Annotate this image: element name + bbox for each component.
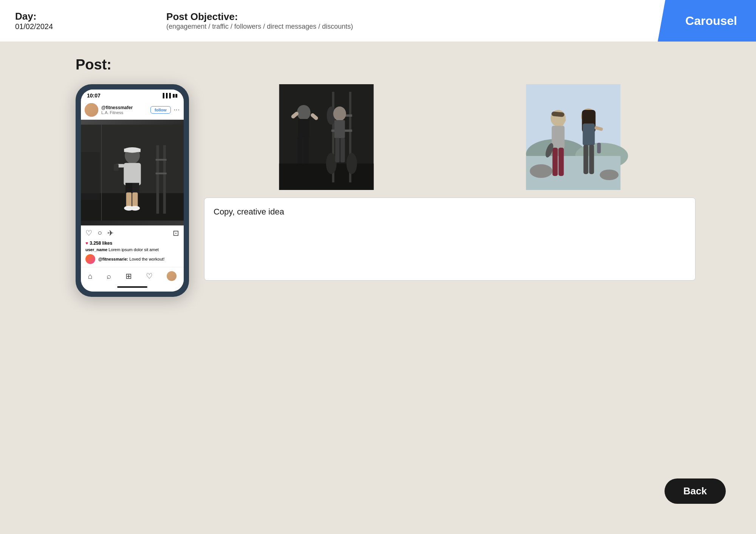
svg-rect-37 [335,138,340,162]
objective-value: (engagement / traffic / followers / dire… [166,23,353,31]
post-image [81,120,184,225]
like-icon[interactable]: ♡ [85,228,92,238]
home-bar [117,286,147,288]
svg-rect-38 [341,138,345,162]
location: L.A. Fitness [101,110,147,115]
svg-rect-55 [584,145,589,174]
svg-rect-32 [304,137,309,164]
svg-rect-56 [589,145,594,174]
svg-rect-17 [114,164,119,171]
carousel-label: Carousel [685,14,737,28]
photo-cell-1 [204,84,449,190]
back-button[interactable]: Back [665,478,726,504]
avatar [85,103,98,117]
svg-rect-2 [156,145,159,213]
action-icons-left: ♡ ○ ✈ [85,228,114,238]
signal-icon: ▐▐▐ [161,93,171,98]
objective-label: Post Objective: [166,11,353,23]
status-time: 10:07 [87,93,101,99]
profile-nav-icon[interactable] [167,271,177,281]
share-icon[interactable]: ✈ [107,228,114,238]
svg-rect-12 [126,193,132,208]
svg-rect-30 [298,119,310,138]
svg-point-44 [600,170,619,180]
status-icons: ▐▐▐ ▮▮ [161,93,178,98]
svg-point-15 [130,206,140,211]
more-options-icon[interactable]: ··· [174,106,180,113]
svg-rect-13 [132,193,138,208]
svg-rect-36 [335,120,345,138]
phone-mockup: 10:07 ▐▐▐ ▮▮ @fitnessmafer L.A. Fitness [76,84,189,297]
home-nav-icon[interactable]: ⌂ [88,272,93,281]
right-panel: Copy, creative idea [204,84,696,281]
main-content: Post: 10:07 ▐▐▐ ▮▮ [0,42,756,312]
likes-count: 3.258 likes [90,241,112,246]
photo-cell-2 [451,84,696,190]
header-objective-section: Post Objective: (engagement / traffic / … [166,11,353,31]
day-label: Day: [15,11,53,22]
comment-avatar [85,254,95,264]
battery-icon: ▮▮ [172,93,178,98]
copy-creative-box[interactable]: Copy, creative idea [204,198,696,281]
post-actions: ♡ ○ ✈ ⊡ [81,225,184,241]
svg-rect-8 [124,149,141,152]
add-nav-icon[interactable]: ⊞ [125,272,132,281]
svg-rect-9 [124,163,141,185]
photo-grid [204,84,696,190]
comment-row: @fitnessmarie: Loved the workout! [81,254,184,267]
heart-nav-icon[interactable]: ♡ [146,272,153,281]
svg-rect-4 [156,159,167,161]
svg-point-43 [530,164,553,178]
phone-screen: 10:07 ▐▐▐ ▮▮ @fitnessmafer L.A. Fitness [81,90,184,292]
caption-text: Lorem ipsum dolor sit amet [108,247,159,252]
carousel-badge: Carousel [658,0,756,42]
status-bar: 10:07 ▐▐▐ ▮▮ [81,90,184,100]
comment-username: @fitnessmarie: [98,257,128,261]
svg-rect-3 [163,145,166,213]
instagram-post-header: @fitnessmafer L.A. Fitness follow ··· [81,100,184,120]
gym-photo-1-svg [204,84,449,190]
bottom-nav: ⌂ ⌕ ⊞ ♡ [81,267,184,283]
comment-icon[interactable]: ○ [98,228,102,238]
svg-rect-10 [125,183,132,193]
svg-rect-21 [279,164,374,190]
svg-rect-48 [553,148,558,176]
outdoor-photo-svg [451,84,696,190]
svg-rect-19 [81,152,100,200]
user-info: @fitnessmafer L.A. Fitness [101,105,147,115]
home-indicator [81,283,184,292]
svg-rect-57 [597,143,601,153]
heart-icon: ♥ [85,241,88,246]
svg-point-35 [333,106,346,121]
follow-button[interactable]: follow [150,106,171,114]
svg-point-27 [347,153,357,174]
svg-rect-31 [297,137,303,164]
gym-scene-svg [81,120,184,225]
header: Day: 01/02/2024 Post Objective: (engagem… [0,0,756,42]
likes-row: ♥ 3.258 likes [81,241,184,247]
username: @fitnessmafer [101,105,147,110]
search-nav-icon[interactable]: ⌕ [107,272,111,281]
svg-rect-49 [559,148,564,176]
svg-rect-47 [552,126,565,148]
svg-rect-5 [156,173,167,174]
day-value: 01/02/2024 [15,22,53,31]
svg-point-26 [326,153,337,174]
bookmark-icon[interactable]: ⊡ [173,228,179,238]
post-section-label: Post: [76,57,696,73]
comment-content: @fitnessmarie: Loved the workout! [98,257,164,261]
caption-row: user_name Lorem ipsum dolor sit amet [81,247,184,254]
caption-username: user_name [85,247,107,252]
svg-rect-54 [583,123,595,145]
comment-text-body: Loved the workout! [129,257,164,261]
content-area: 10:07 ▐▐▐ ▮▮ @fitnessmafer L.A. Fitness [76,84,696,297]
svg-point-29 [297,105,311,120]
copy-creative-text: Copy, creative idea [214,207,284,216]
header-day-section: Day: 01/02/2024 [15,11,53,31]
svg-rect-11 [132,183,139,193]
avatar-image [85,103,98,117]
